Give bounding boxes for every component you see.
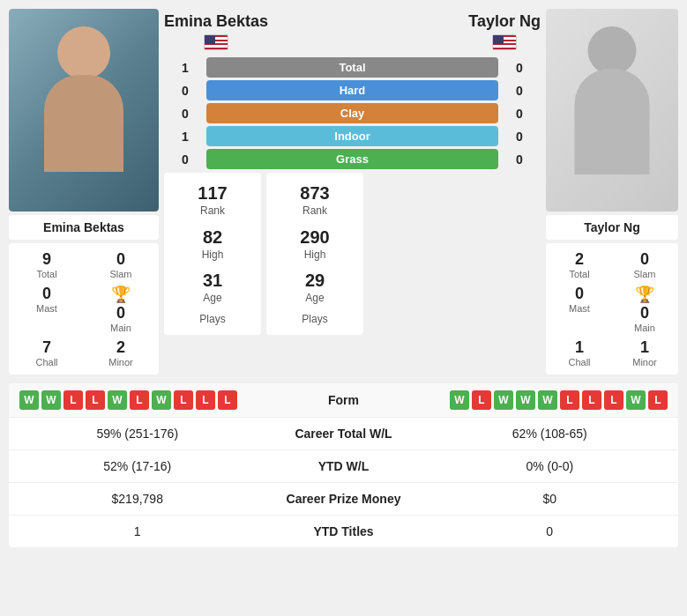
player-left-name: Emina Bektas: [12, 220, 155, 234]
indoor-left-val: 1: [168, 130, 203, 144]
left-age-stat: 31 Age: [203, 269, 222, 306]
stats-label-2: Career Prize Money: [256, 492, 432, 506]
right-name-top: Taylor Ng: [468, 12, 541, 50]
stats-left-1: 52% (17-16): [19, 459, 256, 473]
bottom-section: WWLLWLWLLL Form WLWWWLLLWL 59% (251-176)…: [9, 383, 678, 547]
flag-right: [492, 34, 517, 50]
stats-right-1: 0% (0-0): [432, 459, 668, 473]
player-left-section: Emina Bektas 9 Total 0 Slam 0 Mast: [9, 9, 159, 375]
stats-row-3: 1YTD Titles0: [9, 516, 678, 547]
surface-indoor-row: 1 Indoor 0: [168, 126, 537, 146]
right-trophy: 🏆 0 Main: [616, 285, 673, 333]
clay-left-val: 0: [168, 107, 203, 121]
clay-right-val: 0: [502, 107, 537, 121]
surface-hard-row: 0 Hard 0: [168, 80, 537, 100]
grass-right-val: 0: [502, 152, 537, 167]
top-comparison: Emina Bektas 9 Total 0 Slam 0 Mast: [9, 9, 678, 375]
stats-left-0: 59% (251-176): [19, 427, 256, 441]
center-panel: Emina Bektas Taylor Ng 1 Total: [164, 9, 541, 375]
form-badge-left-w: W: [152, 390, 171, 410]
left-stat-box: 117 Rank 82 High 31 Age Plays: [164, 173, 261, 335]
stats-row-1: 52% (17-16)YTD W/L0% (0-0): [9, 450, 678, 483]
form-badge-left-l: L: [63, 390, 83, 410]
player-right-name-card: Taylor Ng: [546, 215, 678, 240]
total-right-val: 0: [502, 61, 537, 75]
stats-row-0: 59% (251-176)Career Total W/L62% (108-65…: [9, 418, 678, 450]
stats-left-2: $219,798: [19, 492, 256, 506]
hard-right-val: 0: [502, 84, 537, 98]
form-badge-left-w: W: [19, 390, 39, 410]
total-badge: Total: [206, 57, 498, 78]
player-left-photo: [9, 9, 159, 212]
form-label: Form: [291, 393, 397, 407]
form-badge-right-w: W: [538, 390, 557, 410]
left-slam-cell: 0 Slam: [88, 250, 153, 279]
right-chall-cell: 1 Chall: [551, 338, 608, 367]
clay-badge: Clay: [206, 103, 498, 123]
form-badge-left-l: L: [196, 390, 215, 410]
form-badge-right-w: W: [626, 390, 646, 410]
left-high-stat: 82 High: [202, 226, 224, 263]
right-mast-cell: 0 Mast: [551, 285, 608, 333]
surface-grass-row: 0 Grass 0: [168, 149, 537, 169]
trophy-icon-right: 🏆: [616, 285, 673, 304]
total-left-val: 1: [168, 61, 203, 75]
form-badge-right-w: W: [494, 390, 513, 410]
left-mast-cell: 0 Mast: [14, 285, 79, 333]
names-row: Emina Bektas Taylor Ng: [164, 9, 541, 54]
form-badge-left-l: L: [130, 390, 149, 410]
form-badge-left-l: L: [218, 390, 237, 410]
surface-total-row: 1 Total 0: [168, 57, 537, 78]
stats-label-0: Career Total W/L: [256, 427, 432, 441]
grass-left-val: 0: [168, 152, 203, 167]
trophy-icon-left: 🏆: [88, 285, 153, 304]
indoor-right-val: 0: [502, 130, 537, 144]
right-total-cell: 2 Total: [551, 250, 608, 279]
form-row: WWLLWLWLLL Form WLWWWLLLWL: [9, 383, 678, 418]
left-chall-cell: 7 Chall: [14, 338, 79, 367]
left-minor-cell: 2 Minor: [88, 338, 153, 367]
stats-rows: 59% (251-176)Career Total W/L62% (108-65…: [9, 418, 678, 547]
form-badge-right-l: L: [560, 390, 579, 410]
stats-left-3: 1: [19, 524, 256, 538]
left-total-cell: 9 Total: [14, 250, 79, 279]
right-age-stat: 29 Age: [305, 269, 325, 306]
form-badge-right-l: L: [604, 390, 624, 410]
stat-boxes-row: 117 Rank 82 High 31 Age Plays: [164, 173, 541, 335]
right-stat-box: 873 Rank 290 High 29 Age Plays: [266, 173, 363, 335]
right-slam-cell: 0 Slam: [616, 250, 673, 279]
grass-badge: Grass: [206, 149, 498, 169]
hard-badge: Hard: [206, 80, 498, 100]
player-right-stats: 2 Total 0 Slam 0 Mast 🏆 0 Main: [546, 243, 678, 375]
stats-label-1: YTD W/L: [256, 459, 432, 473]
form-badge-left-w: W: [108, 390, 127, 410]
form-badge-right-l: L: [582, 390, 601, 410]
right-minor-cell: 1 Minor: [616, 338, 673, 367]
stats-right-3: 0: [432, 524, 668, 538]
flag-left: [204, 34, 228, 50]
form-right: WLWWWLLLWL: [397, 390, 668, 410]
main-container: Emina Bektas 9 Total 0 Slam 0 Mast: [0, 0, 687, 556]
player-left-name-card: Emina Bektas: [9, 215, 159, 240]
left-name-top: Emina Bektas: [164, 12, 268, 50]
hard-left-val: 0: [168, 84, 203, 98]
form-badge-right-w: W: [516, 390, 535, 410]
form-badge-right-l: L: [472, 390, 491, 410]
stats-right-2: $0: [432, 492, 668, 506]
form-badge-right-w: W: [450, 390, 469, 410]
surface-rows: 1 Total 0 0 Hard 0 0 Clay 0 1: [164, 57, 541, 169]
stats-label-3: YTD Titles: [256, 524, 432, 538]
indoor-badge: Indoor: [206, 126, 498, 146]
form-badge-left-l: L: [86, 390, 105, 410]
form-badge-left-l: L: [174, 390, 193, 410]
player-right-name: Taylor Ng: [549, 220, 675, 234]
player-right-section: Taylor Ng 2 Total 0 Slam 0 Mast: [546, 9, 678, 375]
form-badge-right-l: L: [648, 390, 668, 410]
stats-right-0: 62% (108-65): [432, 427, 668, 441]
left-trophy: 🏆 0 Main: [88, 285, 153, 333]
player-left-stats: 9 Total 0 Slam 0 Mast 🏆 0 Main: [9, 243, 159, 375]
right-rank-stat: 873 Rank: [300, 182, 329, 219]
right-plays-stat: Plays: [302, 313, 327, 327]
player-right-photo: [546, 9, 678, 212]
right-high-stat: 290 High: [300, 226, 329, 263]
